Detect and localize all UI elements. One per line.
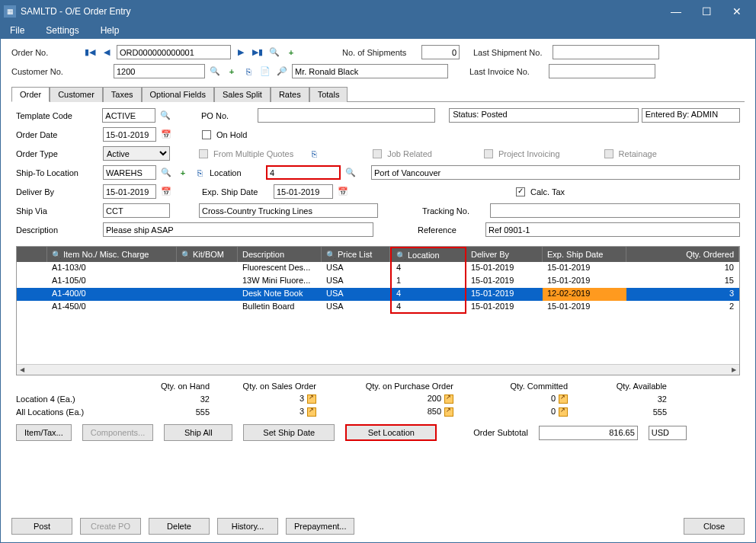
last-record-icon[interactable]: ▶▮: [251, 46, 264, 59]
drill-icon[interactable]: [444, 394, 453, 404]
table-row[interactable]: A1-105/013W Mini Fluore...USA115-01-2019…: [17, 275, 739, 288]
close-window-button[interactable]: Close: [684, 518, 745, 535]
table-row[interactable]: A1-103/0Fluorescent Des...USA415-01-2019…: [17, 262, 739, 275]
table-row[interactable]: A1-400/0Desk Note BookUSA415-01-201912-0…: [17, 288, 739, 301]
calc-tax-checkbox[interactable]: [516, 187, 525, 196]
order-type-select[interactable]: Active: [103, 146, 170, 161]
location-search-icon[interactable]: 🔍: [344, 166, 357, 180]
tab-sales-split[interactable]: Sales Split: [214, 87, 271, 102]
qty-committed-header: Qty. Committed: [458, 382, 572, 391]
quotes-zoom-icon[interactable]: ⎘: [307, 147, 321, 161]
menu-file[interactable]: File: [7, 24, 27, 37]
history-button[interactable]: History...: [217, 518, 278, 535]
drill-icon[interactable]: [307, 394, 316, 404]
order-date-input[interactable]: [103, 127, 156, 142]
order-type-label: Order Type: [16, 149, 100, 158]
qty-sales-header: Qty. on Sales Order: [214, 382, 321, 391]
ship-to-search-icon[interactable]: 🔍: [159, 166, 173, 180]
po-no-input[interactable]: [258, 108, 436, 123]
delete-button[interactable]: Delete: [149, 518, 210, 535]
tab-taxes[interactable]: Taxes: [103, 87, 142, 102]
order-no-input[interactable]: [117, 45, 231, 59]
components-button: Components...: [82, 424, 154, 441]
order-date-calendar-icon[interactable]: 📅: [159, 128, 173, 142]
ship-all-button[interactable]: Ship All: [164, 424, 232, 441]
shipments-field: [421, 45, 460, 59]
item-tax-button[interactable]: Item/Tax...: [16, 424, 72, 441]
tab-optional-fields[interactable]: Optional Fields: [142, 87, 214, 102]
retainage-label: Retainage: [619, 149, 657, 158]
exp-ship-date-input[interactable]: [274, 184, 333, 199]
line-items-grid[interactable]: 🔍Item No./ Misc. Charge 🔍Kit/BOM Descrip…: [16, 246, 740, 375]
prepayment-button[interactable]: Prepayment...: [286, 518, 354, 535]
drill-icon[interactable]: [559, 394, 568, 404]
set-ship-date-button[interactable]: Set Ship Date: [243, 424, 335, 441]
ship-to-add-icon[interactable]: +: [176, 166, 190, 180]
col-item[interactable]: Item No./ Misc. Charge: [63, 250, 149, 259]
template-search-icon[interactable]: 🔍: [159, 109, 172, 123]
prev-record-icon[interactable]: ◀: [100, 46, 114, 59]
qty-po-header: Qty. on Purchase Order: [321, 382, 458, 391]
template-code-input[interactable]: [102, 108, 155, 123]
col-qty[interactable]: Qty. Ordered: [686, 250, 734, 259]
exp-ship-calendar-icon[interactable]: 📅: [336, 185, 350, 199]
drill-icon[interactable]: [444, 407, 453, 417]
drill-icon[interactable]: [559, 407, 568, 417]
customer-add-icon[interactable]: +: [225, 65, 239, 78]
set-location-button[interactable]: Set Location: [345, 424, 437, 441]
menu-settings[interactable]: Settings: [43, 24, 82, 37]
qty-loc-po: 200: [428, 394, 441, 403]
create-po-button: Create PO: [80, 518, 141, 535]
qty-available-header: Qty. Available: [572, 382, 671, 391]
tracking-no-input[interactable]: [490, 203, 740, 218]
search-order-icon[interactable]: 🔍: [267, 46, 281, 59]
col-price[interactable]: Price List: [338, 250, 372, 259]
qty-all-avail: 555: [572, 407, 671, 417]
next-record-icon[interactable]: ▶: [234, 46, 248, 59]
status-field: Status: Posted: [449, 108, 639, 123]
description-input[interactable]: [103, 222, 373, 237]
deliver-by-input[interactable]: [103, 184, 156, 199]
app-icon: ▦: [4, 5, 16, 18]
qty-location-label: Location 4 (Ea.): [16, 394, 130, 404]
project-invoicing-checkbox: [484, 149, 493, 158]
table-row[interactable]: A1-450/0Bulletin BoardUSA415-01-201915-0…: [17, 301, 739, 314]
last-invoice-no-label: Last Invoice No.: [469, 67, 546, 76]
qty-loc-sales: 3: [300, 394, 304, 403]
col-desc[interactable]: Description: [242, 250, 284, 259]
ship-via-input[interactable]: [103, 203, 170, 218]
on-hold-checkbox[interactable]: [202, 130, 211, 139]
customer-zoom-icon[interactable]: ⎘: [242, 65, 255, 78]
grid-horizontal-scrollbar[interactable]: ◀▶: [17, 364, 739, 375]
customer-search-icon[interactable]: 🔍: [208, 65, 222, 78]
customer-find-icon[interactable]: 🔎: [275, 65, 289, 78]
ship-to-zoom-icon[interactable]: ⎘: [193, 166, 207, 180]
post-button[interactable]: Post: [11, 518, 72, 535]
col-deliver[interactable]: Deliver By: [471, 250, 509, 259]
menu-help[interactable]: Help: [98, 24, 123, 37]
maximize-button[interactable]: ☐: [691, 1, 722, 22]
tab-order[interactable]: Order: [11, 87, 50, 102]
minimize-button[interactable]: —: [661, 1, 691, 22]
new-order-icon[interactable]: +: [284, 46, 298, 59]
tab-totals[interactable]: Totals: [309, 87, 348, 102]
deliver-by-calendar-icon[interactable]: 📅: [159, 185, 173, 199]
first-record-icon[interactable]: ▮◀: [83, 46, 97, 59]
customer-note-icon[interactable]: 📄: [258, 65, 272, 78]
col-expship[interactable]: Exp. Ship Date: [547, 250, 603, 259]
location-input[interactable]: [266, 165, 341, 180]
customer-no-input[interactable]: [114, 64, 205, 78]
order-no-label: Order No.: [11, 48, 80, 57]
close-button[interactable]: ✕: [722, 1, 752, 22]
reference-input[interactable]: [485, 222, 740, 237]
qty-loc-onhand: 32: [130, 394, 214, 404]
tab-customer[interactable]: Customer: [50, 87, 103, 102]
ship-to-location-input[interactable]: [103, 165, 156, 180]
tab-rates[interactable]: Rates: [271, 87, 309, 102]
retainage-checkbox: [604, 149, 613, 158]
drill-icon[interactable]: [307, 407, 316, 417]
col-location[interactable]: Location: [408, 251, 440, 260]
col-kitbom[interactable]: Kit/BOM: [193, 250, 224, 259]
order-subtotal-field: [539, 426, 638, 440]
qty-all-po: 850: [428, 407, 441, 416]
